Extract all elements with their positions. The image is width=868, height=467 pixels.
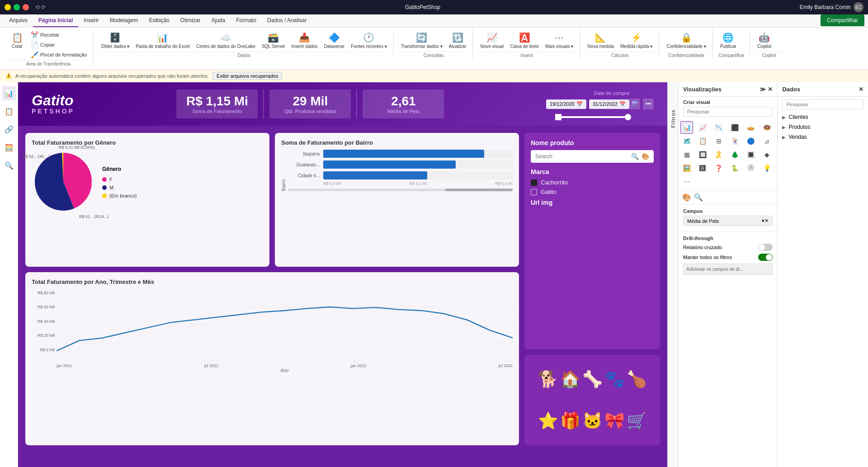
expand-clientes[interactable]: ▶ (782, 115, 786, 120)
minimize-btn[interactable] (5, 4, 11, 10)
data-tree-produtos[interactable]: ▶ Produtos (778, 122, 868, 132)
viz-icon-text[interactable]: 🅰 (696, 162, 709, 175)
brand-dot-cachorrito (531, 179, 537, 186)
viz-icon-py[interactable]: 🐍 (728, 162, 741, 175)
more-visuals-btn[interactable]: ⋯ Mais visuais ▾ (542, 30, 576, 51)
sidebar-dax-icon[interactable]: 🧮 (2, 140, 16, 155)
refresh-btn[interactable]: 🔃 Atualizar (446, 30, 469, 51)
viz-icon-more[interactable]: ⋯ (680, 175, 693, 188)
campo-item-0[interactable]: Média de Pets ▾ ✕ (683, 216, 773, 226)
viz-close-icon[interactable]: ✕ (768, 86, 773, 93)
sidebar-data-icon[interactable]: 📋 (2, 104, 16, 118)
campo-remove-0[interactable]: ✕ (764, 218, 769, 224)
drill-relatorio-toggle[interactable] (758, 244, 773, 251)
transform-btn[interactable]: 🔄 Transformar dados ▾ (398, 30, 445, 51)
get-data-btn[interactable]: 🗄️ Obter dados ▾ (98, 30, 132, 51)
sidebar-report-icon[interactable]: 📊 (2, 86, 16, 100)
tab-formato[interactable]: Formato (231, 14, 262, 27)
viz-icon-scatter[interactable]: ⬛ (728, 121, 741, 134)
y-axis-4: R$ 0 Mil (32, 348, 55, 352)
viz-search-input[interactable] (683, 107, 773, 117)
data-panel-close[interactable]: ✕ (859, 86, 863, 93)
brand-item-gatito[interactable]: Gatito (531, 189, 654, 195)
text-box-btn[interactable]: 🅰️ Caixa de texto (507, 30, 542, 51)
search-box[interactable]: 🔍 🎨 (531, 150, 654, 163)
viz-icon-qna[interactable]: ❓ (712, 162, 725, 175)
copilot-btn[interactable]: 🤖 Copilot (755, 30, 774, 51)
paste-btn[interactable]: 📋 Colar (7, 30, 27, 59)
more-options-btn[interactable]: ••• (643, 99, 654, 109)
excel-btn[interactable]: 📊 Pasta de trabalho do Excel (133, 30, 193, 51)
tab-ajuda[interactable]: Ajuda (206, 14, 231, 27)
brand-label-gatito: Gatito (541, 189, 557, 195)
dataverse-btn[interactable]: 🔷 Dataverse (321, 30, 348, 51)
tab-inserir[interactable]: Inserir (78, 14, 104, 27)
tab-arquivo[interactable]: Arquivo (4, 14, 33, 27)
recent-sources-btn[interactable]: 🕐 Fontes recentes ▾ (348, 30, 389, 51)
data-search-input[interactable] (782, 99, 863, 109)
viz-analytics-icon[interactable]: 🔍 (694, 193, 703, 202)
tab-pagina-inicial[interactable]: Página Inicial (33, 14, 79, 27)
pet-emoji-8: 🎀 (604, 411, 625, 430)
format-painter-btn[interactable]: 🖌️Pincel de formatação (28, 50, 90, 59)
viz-icon-smart[interactable]: 💡 (760, 162, 773, 175)
tab-otimizar[interactable]: Otimizar (175, 14, 206, 27)
viz-icon-waterfall[interactable]: 🔲 (696, 148, 709, 161)
viz-icon-bar[interactable]: 📊 (680, 121, 693, 134)
data-tree-clientes[interactable]: ▶ Clientes (778, 112, 868, 122)
viz-icon-funnel[interactable]: ⊿ (760, 135, 773, 147)
bar-row-2: Cidade ti... (288, 171, 513, 179)
copy-btn[interactable]: 📄Copiar (28, 40, 90, 49)
new-visual-btn[interactable]: 📈 Novo visual (477, 30, 506, 51)
date-from[interactable]: 19/12/2020 📅 (546, 99, 586, 109)
close-btn[interactable] (23, 4, 29, 10)
viz-icon-r[interactable]: Ⓡ (745, 162, 757, 175)
viz-icon-table[interactable]: 📋 (696, 135, 709, 147)
brand-item-cachorrito[interactable]: Cachorrito (531, 179, 654, 186)
viz-icon-image[interactable]: 🖼️ (680, 162, 693, 175)
viz-icon-pie[interactable]: 🥧 (745, 121, 757, 134)
onelake-btn[interactable]: ☁️ Centro de dados do OneLake (193, 30, 258, 51)
viz-expand-icon[interactable]: ≫ (760, 86, 766, 93)
viz-icon-matrix[interactable]: ⊞ (712, 135, 725, 147)
viz-icon-donut[interactable]: 🍩 (760, 121, 773, 134)
drill-add-area[interactable]: Adicionar os campos de dr... (683, 264, 773, 275)
search-filter-icon[interactable]: 🎨 (642, 153, 649, 160)
tab-exibicao[interactable]: Exibição (143, 14, 175, 27)
viz-icon-gauge[interactable]: 🔵 (745, 135, 757, 147)
nova-medida-btn[interactable]: 📐 Nova medida (585, 30, 617, 51)
viz-icon-card[interactable]: 🃏 (728, 135, 741, 147)
filter-btn[interactable]: ⚗️ (629, 99, 640, 109)
insert-data-btn[interactable]: 📥 Inserir dados (289, 30, 321, 51)
sidebar-model-icon[interactable]: 🔗 (2, 122, 16, 137)
publicar-btn[interactable]: 🌐 Publicar (717, 30, 739, 51)
search-input[interactable] (535, 153, 628, 160)
viz-icon-treemap[interactable]: ▦ (680, 148, 693, 161)
viz-icon-area[interactable]: 📉 (712, 121, 725, 134)
data-tree-vendas[interactable]: ▶ Vendas (778, 132, 868, 142)
date-to[interactable]: 31/12/2022 📅 (589, 99, 629, 109)
viz-icon-line[interactable]: 📈 (696, 121, 709, 134)
expand-vendas[interactable]: ▶ (782, 135, 786, 140)
viz-format-icon[interactable]: 🎨 (682, 193, 691, 202)
date-slider[interactable] (557, 116, 629, 118)
bar-scrollbar[interactable] (288, 189, 513, 191)
sidebar-search-icon[interactable]: 🔍 (2, 158, 16, 173)
search-icon[interactable]: 🔍 (631, 153, 639, 160)
drill-manter-toggle[interactable] (758, 254, 773, 261)
recover-button[interactable]: Exibir arquivos recuperados (212, 72, 282, 80)
confidencialidade-btn[interactable]: 🔒 Confidencialidade ▾ (664, 30, 708, 51)
cut-btn[interactable]: ✂️Recortar (28, 30, 90, 39)
maximize-btn[interactable] (14, 4, 20, 10)
share-button[interactable]: Compartilhar (821, 14, 864, 26)
viz-icon-ribbon[interactable]: 🎗️ (712, 148, 725, 161)
tab-modelagem[interactable]: Modelagem (104, 14, 144, 27)
expand-produtos[interactable]: ▶ (782, 125, 786, 130)
viz-icon-decomp[interactable]: 🌲 (728, 148, 741, 161)
viz-icon-slicer[interactable]: 🔳 (745, 148, 757, 161)
tab-dados-analisar[interactable]: Dados / Analisar (262, 14, 312, 27)
viz-icon-map[interactable]: 🗺️ (680, 135, 693, 147)
viz-icon-shape[interactable]: ◆ (760, 148, 773, 161)
medida-rapida-btn[interactable]: ⚡ Medida rápida ▾ (618, 30, 655, 51)
sql-btn[interactable]: 🗃️ SQL Server (259, 30, 288, 51)
